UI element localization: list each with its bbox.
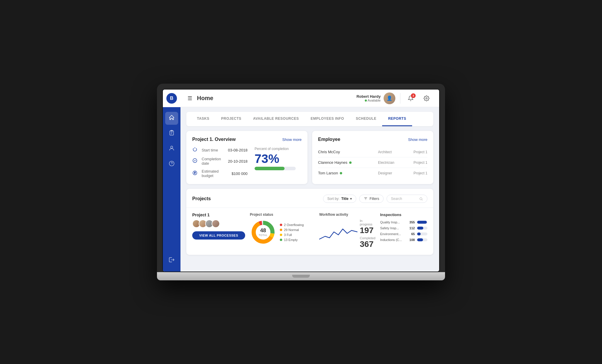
progress-bar-fill — [255, 167, 285, 170]
progress-bar — [255, 167, 296, 170]
employee-project: Project 1 — [407, 161, 427, 165]
user-status: Available — [357, 99, 381, 102]
check-circle-icon — [192, 158, 199, 164]
donut-chart: 48 TOTAL — [250, 219, 276, 245]
employee-card-header: Employee Show more — [318, 137, 427, 142]
legend-dot-yellow — [280, 234, 282, 236]
page-title: Home — [197, 95, 352, 102]
inspection-value: 112 — [406, 226, 415, 230]
employee-row: Clarence Haynes Electrician Project 1 — [318, 157, 427, 168]
status-legend: 2 Overflowing 29 Normal — [280, 223, 304, 242]
power-icon — [192, 147, 199, 153]
employee-show-more[interactable]: Show more — [408, 137, 427, 142]
topbar-divider — [400, 93, 400, 104]
inspections-title: Inspections — [380, 213, 427, 217]
logo-icon: B — [166, 93, 177, 104]
donut-label: TOTAL — [259, 234, 268, 237]
legend-item-empty: 13 Empty — [280, 238, 304, 242]
legend-label-full: 3 Full — [284, 233, 292, 237]
tab-available-resources[interactable]: AVAILABLE RESOURCES — [247, 112, 305, 126]
projects-title: Projects — [192, 196, 323, 201]
project-status-title: Project status — [250, 213, 304, 217]
tab-employees-info[interactable]: EMPLOYEES INFO — [305, 112, 350, 126]
project-avatars — [192, 220, 245, 228]
notification-badge: 3 — [411, 93, 416, 98]
sort-label: Sort by: — [327, 197, 340, 201]
svg-point-4 — [426, 97, 427, 99]
sidebar-item-user[interactable] — [165, 142, 178, 155]
budget-icon — [192, 170, 199, 177]
legend-label-overflowing: 2 Overflowing — [284, 223, 304, 227]
sort-button[interactable]: Sort by: Title ▾ — [323, 195, 357, 203]
employee-row: Chris McCoy Architect Project 1 — [318, 147, 427, 157]
budget-value: $100 000 — [232, 171, 248, 176]
project-name-area: Project 1 VIEW ALL PROCESSES — [192, 213, 245, 240]
sidebar-item-logout[interactable] — [165, 254, 178, 267]
filter-icon — [364, 197, 368, 201]
settings-button[interactable] — [421, 93, 432, 104]
status-indicator — [365, 100, 367, 102]
sidebar-item-help[interactable] — [165, 158, 178, 171]
workflow-chart-svg — [319, 223, 357, 244]
employee-card-title: Employee — [318, 137, 340, 142]
projects-controls: Sort by: Title ▾ Filters — [323, 195, 427, 203]
chevron-down-icon: ▾ — [350, 197, 352, 201]
completion-area: Percent of completion 73% — [255, 147, 302, 178]
inspection-row: Quality Insp... 355 — [380, 220, 427, 224]
tab-reports[interactable]: REPORTS — [382, 112, 412, 126]
sidebar-item-clipboard[interactable] — [165, 127, 178, 140]
completion-percentage: 73% — [255, 153, 279, 165]
tab-projects[interactable]: PROJECTS — [215, 112, 247, 126]
project-show-more[interactable]: Show more — [282, 137, 302, 142]
completion-date-value: 20-10-2018 — [228, 159, 248, 164]
view-all-processes-button[interactable]: VIEW ALL PROCESSES — [192, 231, 245, 240]
filters-button[interactable]: Filters — [359, 195, 384, 203]
notifications-button[interactable]: 3 — [405, 93, 416, 104]
donut-center: 48 TOTAL — [259, 228, 268, 237]
employee-name: Clarence Haynes — [318, 160, 376, 165]
laptop-notch — [292, 275, 310, 278]
inspection-bar — [417, 227, 427, 230]
legend-label-empty: 13 Empty — [284, 238, 297, 242]
project-status-area: Project status — [250, 213, 315, 245]
sidebar-bottom — [165, 254, 178, 272]
search-input[interactable] — [391, 197, 417, 201]
workflow-chart-container — [319, 223, 357, 245]
inspection-value: 65 — [406, 232, 415, 236]
inspection-row: Safety Insp... 112 — [380, 226, 427, 230]
projects-header: Projects Sort by: Title ▾ — [192, 195, 427, 203]
projects-section: Projects Sort by: Title ▾ — [186, 189, 433, 255]
employee-role: Architect — [378, 150, 404, 154]
user-icon — [168, 145, 175, 153]
donut-total: 48 — [259, 228, 268, 234]
legend-dot-orange — [280, 229, 282, 231]
employee-name: Tom Larson — [318, 171, 376, 175]
employee-role: Designer — [378, 171, 404, 175]
laptop-base — [157, 272, 445, 280]
inspection-value: 108 — [406, 238, 415, 242]
sidebar-nav — [165, 107, 178, 254]
in-progress-value: 197 — [360, 226, 375, 235]
field-start-time: Start time 03-08-2018 — [192, 147, 248, 153]
tabs-container: TASKS PROJECTS AVAILABLE RESOURCES EMPLO… — [186, 112, 433, 126]
completed-value: 367 — [360, 240, 375, 249]
employee-row: Tom Larson Designer Project 1 — [318, 168, 427, 178]
inspection-bar-fill — [417, 227, 423, 230]
legend-dot-red — [280, 224, 282, 226]
gear-icon — [424, 95, 429, 101]
project-overview-card: Project 1. Overview Show more — [186, 131, 307, 184]
employee-list: Chris McCoy Architect Project 1 Clarence… — [318, 147, 427, 178]
page-area: TASKS PROJECTS AVAILABLE RESOURCES EMPLO… — [180, 107, 439, 272]
inspection-row: Environment... 65 — [380, 232, 427, 236]
inspection-value: 355 — [406, 220, 415, 224]
tab-tasks[interactable]: TASKS — [191, 112, 215, 126]
tab-schedule[interactable]: SCHEDULE — [350, 112, 382, 126]
inspection-bar-fill — [417, 238, 423, 241]
project-fields: Start time 03-08-2018 — [192, 147, 248, 178]
menu-icon[interactable]: ☰ — [188, 95, 192, 102]
logout-icon — [168, 257, 175, 264]
project-details: Start time 03-08-2018 — [192, 147, 302, 178]
sidebar-item-home[interactable] — [165, 112, 178, 125]
topbar-right: Robert Hardy Available 👤 — [357, 92, 432, 104]
field-completion-date: Completion date 20-10-2018 — [192, 157, 248, 166]
